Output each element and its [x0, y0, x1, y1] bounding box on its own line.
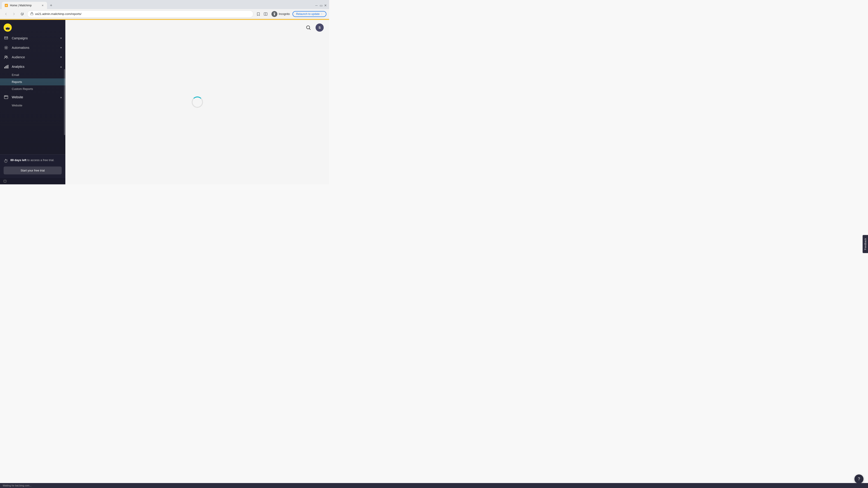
audience-chevron: ▾ — [60, 56, 62, 59]
automations-svg-icon — [4, 45, 8, 50]
sidebar-item-campaigns[interactable]: Campaigns ▾ — [0, 33, 65, 43]
audience-icon — [4, 55, 8, 60]
automations-chevron: ▾ — [60, 46, 62, 49]
lock-svg-icon — [31, 12, 33, 15]
analytics-icon — [4, 64, 8, 69]
svg-rect-2 — [31, 13, 33, 15]
reload-button[interactable] — [19, 11, 25, 17]
sidebar-item-analytics[interactable]: Analytics ▴ — [0, 62, 65, 71]
svg-point-13 — [9, 27, 10, 28]
incognito-label: Incognito — [279, 12, 290, 15]
back-button[interactable] — [3, 11, 9, 17]
svg-rect-20 — [8, 65, 8, 68]
address-bar[interactable]: us21.admin.mailchimp.com/reports/ — [27, 10, 253, 18]
new-tab-button[interactable]: + — [48, 2, 54, 8]
split-view-button[interactable] — [262, 11, 269, 17]
campaigns-chevron: ▾ — [60, 37, 62, 40]
forward-button[interactable] — [11, 11, 17, 17]
sidebar-scrollbar[interactable] — [64, 20, 65, 184]
analytics-label: Analytics — [12, 65, 57, 68]
split-view-icon — [264, 12, 268, 16]
svg-point-5 — [274, 14, 275, 15]
favicon-img: M — [5, 4, 8, 7]
start-trial-button[interactable]: Start your free trial — [4, 166, 62, 174]
svg-point-11 — [8, 27, 9, 28]
trial-banner: ⏱ 89 days left to access a free trial. S… — [0, 154, 65, 178]
sidebar-item-reports[interactable]: Reports — [0, 78, 65, 86]
analytics-sub-items: Email Reports Custom Reports — [0, 71, 65, 92]
user-initial: S — [318, 26, 320, 29]
sidebar-item-custom-reports[interactable]: Custom Reports — [12, 86, 65, 92]
clock-icon: ⏱ — [4, 159, 8, 164]
scrollbar-thumb — [64, 69, 65, 135]
forward-icon — [12, 12, 16, 16]
relaunch-label: Relaunch to update — [296, 12, 320, 15]
lock-icon — [31, 12, 33, 16]
analytics-svg-icon — [4, 64, 8, 69]
campaigns-svg-icon — [4, 36, 8, 40]
active-tab[interactable]: M Home | Mailchimp ✕ — [2, 2, 47, 9]
website-svg-icon — [4, 95, 8, 99]
svg-rect-17 — [4, 67, 5, 68]
minimize-button[interactable]: ─ — [315, 4, 318, 7]
reload-icon — [20, 12, 24, 16]
audience-svg-icon — [4, 55, 8, 59]
incognito-icon — [273, 12, 276, 16]
svg-rect-19 — [6, 65, 7, 68]
bookmark-button[interactable] — [255, 11, 261, 17]
incognito-avatar — [272, 11, 277, 17]
status-indicator — [4, 180, 6, 183]
relaunch-menu-icon: ⋮ — [320, 13, 323, 15]
app-layout: Campaigns ▾ Automations ▾ — [0, 20, 329, 184]
sidebar-item-email[interactable]: Email — [12, 71, 65, 78]
main-content: S — [66, 20, 329, 184]
tab-close-button[interactable]: ✕ — [41, 4, 44, 7]
relaunch-button[interactable]: Relaunch to update ⋮ — [292, 11, 327, 17]
website-label: Website — [12, 95, 57, 99]
trial-message: to access a free trial. — [26, 158, 55, 162]
svg-rect-18 — [5, 66, 6, 68]
window-controls: ─ ▭ ✕ — [315, 4, 327, 7]
trial-info: ⏱ 89 days left to access a free trial. — [4, 158, 62, 164]
browser-chrome: M Home | Mailchimp ✕ + ─ ▭ ✕ — [0, 0, 329, 19]
automations-label: Automations — [12, 46, 57, 50]
automations-icon — [4, 45, 8, 50]
sidebar-scroll: Campaigns ▾ Automations ▾ — [0, 33, 65, 154]
tab-bar: M Home | Mailchimp ✕ + ─ ▭ ✕ — [0, 0, 329, 9]
user-avatar[interactable]: S — [315, 24, 324, 32]
search-icon — [306, 25, 311, 30]
app-header: S — [299, 20, 329, 35]
tab-title: Home | Mailchimp — [10, 4, 39, 7]
sidebar-item-audience[interactable]: Audience ▾ — [0, 53, 65, 62]
svg-point-10 — [6, 27, 7, 28]
sidebar-item-automations[interactable]: Automations ▾ — [0, 43, 65, 53]
search-button[interactable] — [305, 24, 312, 31]
sidebar-item-website-sub[interactable]: Website — [12, 102, 65, 109]
maximize-button[interactable]: ▭ — [319, 4, 323, 7]
campaigns-label: Campaigns — [12, 36, 57, 40]
svg-point-12 — [6, 25, 9, 27]
svg-point-14 — [5, 47, 7, 48]
svg-line-27 — [309, 29, 311, 30]
sidebar-header — [0, 20, 65, 33]
reports-label: Reports — [12, 80, 22, 84]
trial-days: 89 days left — [10, 158, 26, 162]
email-label: Email — [12, 73, 19, 76]
tab-favicon: M — [4, 4, 8, 7]
analytics-chevron: ▴ — [60, 65, 62, 68]
sidebar-status-bar — [0, 178, 65, 184]
sidebar-item-website[interactable]: Website ▴ — [0, 92, 65, 102]
nav-bar: us21.admin.mailchimp.com/reports/ — [0, 9, 329, 19]
url-text: us21.admin.mailchimp.com/reports/ — [35, 12, 250, 15]
mailchimp-logo[interactable] — [4, 24, 12, 32]
sidebar: Campaigns ▾ Automations ▾ — [0, 20, 66, 184]
website-sub-items: Website — [0, 102, 65, 109]
loading-spinner — [192, 96, 203, 108]
close-window-button[interactable]: ✕ — [324, 4, 327, 7]
incognito-button[interactable]: Incognito — [270, 10, 291, 18]
website-sub-label: Website — [12, 104, 22, 107]
mailchimp-favicon-icon: M — [5, 4, 8, 7]
svg-point-16 — [6, 56, 7, 57]
campaigns-icon — [4, 36, 8, 41]
website-icon — [4, 95, 8, 100]
